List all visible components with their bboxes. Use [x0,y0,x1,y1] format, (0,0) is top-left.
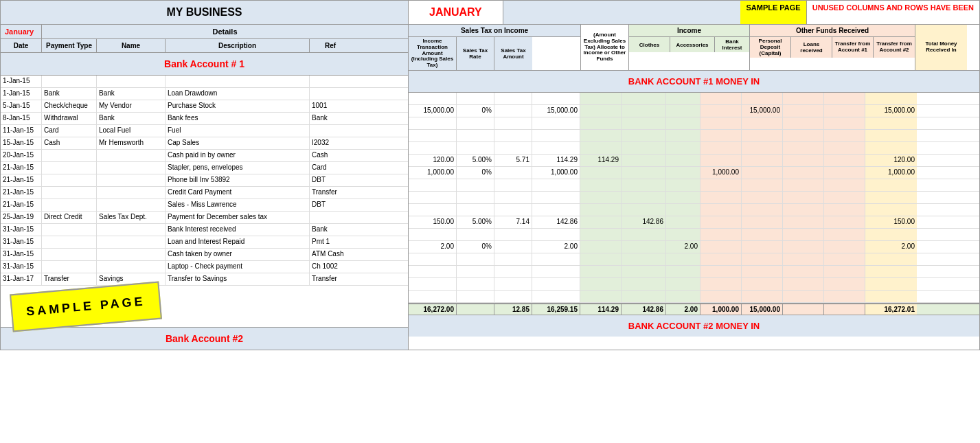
date-cell: 31-Jan-17 [1,273,42,285]
right-data-cell [666,93,700,104]
paytype-cell [42,150,97,161]
right-data-cell [666,253,700,265]
right-data-cell [580,216,622,228]
personal-deposit-col-header: Personal Deposit (Capital) [750,37,791,58]
ref-cell: Transfer [310,273,351,285]
ref-cell: Bank [310,113,351,124]
right-data-cell [580,167,622,179]
right-data-cell [700,155,742,166]
right-data-cell [742,192,783,203]
right-data-cell: 5.00% [457,155,494,166]
name-cell [97,76,166,87]
ref-cell: DBT [310,174,351,186]
date-cell: 21-Jan-15 [1,162,42,174]
desc-cell: Fuel [166,125,310,137]
ref-cell: Cash [310,150,351,161]
table-row: 31-Jan-15 Loan and Interest Repaid Pmt 1 [1,236,408,249]
table-row [409,291,979,303]
right-totals-row: 16,272.0012.8516,259.15114.29142.862.001… [409,303,979,315]
right-data-cell [700,266,742,277]
right-data-cell [494,204,532,216]
right-data-cell [666,229,700,240]
right-data-cell [783,155,824,166]
ref-cell: Pmt 1 [310,236,351,248]
table-row: 25-Jan-19 Direct Credit Sales Tax Dept. … [1,212,408,224]
date-cell: 21-Jan-15 [1,199,42,211]
ref-cell [310,212,351,223]
table-row: 2.000%2.002.002.00 [409,241,979,253]
right-data-cell [622,229,666,240]
details-label: Details [42,25,408,38]
right-data-cell [580,117,622,129]
right-data-cell [824,192,865,203]
right-data-cell [580,278,622,290]
right-data-cell [865,204,917,216]
right-data-cell [824,142,865,154]
right-data-cell: 2.00 [532,241,580,253]
right-data-cell [457,117,494,129]
right-data-cell [457,229,494,240]
allocate-col-header: (Amount Excluding Sales Tax) Allocate to… [581,25,629,70]
right-data-cell [409,130,457,141]
right-data-cell [783,304,824,315]
right-data-cell [824,105,865,117]
table-row [409,229,979,241]
right-data-cell [532,204,580,216]
right-data-cell [580,204,622,216]
right-data-cell [742,155,783,166]
right-data-cell [622,93,666,104]
right-data-cell [409,204,457,216]
income-header: Income [629,25,749,37]
income-trans-col-header: Income Transaction Amount (Including Sal… [409,37,457,70]
right-data-cell [409,253,457,265]
right-data-cell [666,130,700,141]
right-data-cell [457,204,494,216]
right-data-cell [409,192,457,203]
right-data-cell [783,204,824,216]
right-data-cell [580,192,622,203]
right-data-cell [580,179,622,191]
name-cell [97,174,166,186]
transfer2-col-header: Transfer from Account #2 [874,37,915,58]
paytype-cell: Bank [42,88,97,100]
right-data-cell [580,291,622,302]
right-data-cell [494,278,532,290]
right-data-cell [742,216,783,228]
paytype-cell [42,76,97,87]
right-data-cell [865,291,917,302]
right-data-cell: 2.00 [666,241,700,253]
right-data-cell [783,142,824,154]
right-data-cell [666,142,700,154]
right-data-cell: 114.29 [532,155,580,166]
right-data-cell [532,179,580,191]
name-cell [97,162,166,174]
right-data-cell [783,278,824,290]
right-data-cell: 1,000.00 [532,167,580,179]
right-data-cell [700,130,742,141]
unused-cols-text: UNUSED COLUMNS AND ROWS HAVE BEEN [807,1,979,24]
ref-cell: Bank [310,224,351,236]
right-data-cell [824,204,865,216]
paytype-cell [42,187,97,198]
right-data-cell: 114.29 [580,155,622,166]
right-data-cell [494,93,532,104]
right-data-cell [622,155,666,166]
right-data-cell: 12.85 [494,304,532,315]
ref-cell: Transfer [310,187,351,198]
desc-cell: Purchase Stock [166,100,310,112]
table-row: 1,000.000%1,000.001,000.001,000.00 [409,167,979,179]
business-name: MY BUSINESS [1,1,408,25]
paytype-cell [42,224,97,236]
right-data-cell [865,130,917,141]
right-data-cell: 120.00 [865,155,917,166]
sample-page-badge: SAMPLE PAGE [740,1,806,24]
right-data-cell [666,278,700,290]
right-data-cell [409,179,457,191]
right-data-cell [457,278,494,290]
date-cell: 31-Jan-15 [1,249,42,260]
right-data-cell [622,241,666,253]
right-data-cell [666,266,700,277]
right-data-cell [783,105,824,117]
right-data-cell [824,278,865,290]
right-data-cell [783,229,824,240]
